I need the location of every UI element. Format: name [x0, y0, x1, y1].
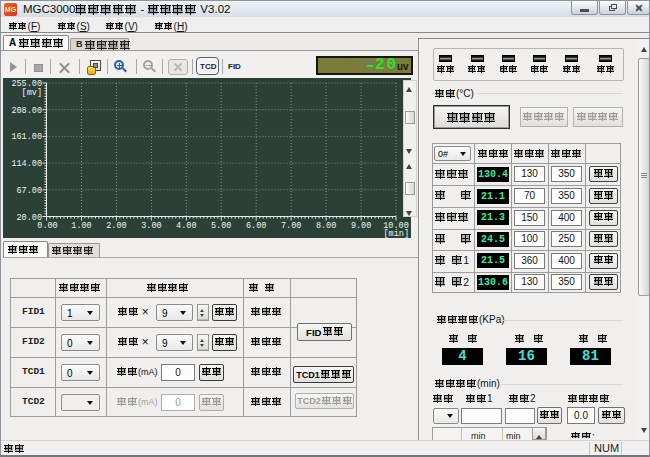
svg-text:161.00: 161.00 — [11, 132, 42, 142]
svg-text:3.00: 3.00 — [141, 221, 161, 231]
svg-text:5.00: 5.00 — [211, 221, 231, 231]
svg-text:9.00: 9.00 — [351, 221, 371, 231]
svg-text:6.00: 6.00 — [246, 221, 266, 231]
svg-text:0.00: 0.00 — [37, 221, 57, 231]
svg-text:[min]: [min] — [383, 229, 409, 238]
svg-text:8.00: 8.00 — [316, 221, 336, 231]
svg-text:67.00: 67.00 — [16, 186, 42, 196]
svg-text:7.00: 7.00 — [281, 221, 301, 231]
svg-text:208.00: 208.00 — [11, 106, 42, 116]
svg-text:4.00: 4.00 — [176, 221, 196, 231]
svg-text:[mv]: [mv] — [22, 88, 42, 98]
svg-text:2.00: 2.00 — [106, 221, 126, 231]
svg-text:114.00: 114.00 — [11, 159, 42, 169]
svg-text:1.00: 1.00 — [71, 221, 91, 231]
